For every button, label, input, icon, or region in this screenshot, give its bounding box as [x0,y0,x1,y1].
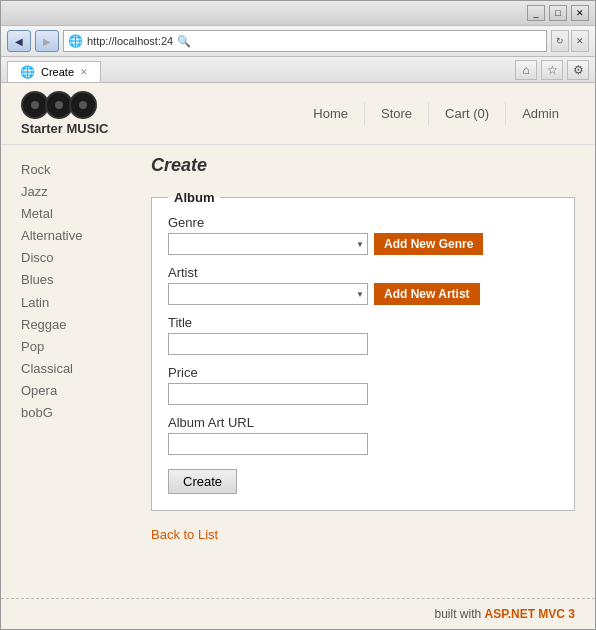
sidebar-item-metal[interactable]: Metal [21,203,121,225]
tab-favicon: 🌐 [20,65,35,79]
site-title: Starter MUSIC [21,121,108,136]
add-new-artist-button[interactable]: Add New Artist [374,283,480,305]
artist-select[interactable] [168,283,368,305]
nav-store[interactable]: Store [364,102,428,125]
tab-label: Create [41,66,74,78]
sidebar-item-pop[interactable]: Pop [21,336,121,358]
sidebar: Rock Jazz Metal Alternative Disco Blues … [1,155,141,588]
artist-field-row: Artist Add New Artist [168,265,558,305]
logo-area: Starter MUSIC [21,91,108,136]
page-heading: Create [151,155,575,176]
record-icon-3 [69,91,97,119]
favorites-icon[interactable]: ☆ [541,60,563,80]
sidebar-item-blues[interactable]: Blues [21,269,121,291]
price-input[interactable] [168,383,368,405]
page-icon: 🌐 [68,34,83,48]
page-footer: built with ASP.NET MVC 3 [1,598,595,629]
nav-cart[interactable]: Cart (0) [428,102,505,125]
artist-label: Artist [168,265,558,280]
settings-icon[interactable]: ⚙ [567,60,589,80]
address-actions: ↻ ✕ [551,30,589,52]
add-new-genre-button[interactable]: Add New Genre [374,233,483,255]
refresh-button[interactable]: ↻ [551,30,569,52]
sidebar-item-jazz[interactable]: Jazz [21,181,121,203]
maximize-button[interactable]: □ [549,5,567,21]
genre-select-wrapper [168,233,368,255]
album-fieldset: Album Genre Add New Genre [151,190,575,511]
sidebar-item-disco[interactable]: Disco [21,247,121,269]
create-submit-button[interactable]: Create [168,469,237,494]
url-search-icon: 🔍 [177,35,191,48]
sidebar-item-opera[interactable]: Opera [21,380,121,402]
footer-text: built with [435,607,485,621]
fieldset-legend: Album [168,190,220,205]
sidebar-item-bobg[interactable]: bobG [21,402,121,424]
price-field-row: Price [168,365,558,405]
stop-button[interactable]: ✕ [571,30,589,52]
album-art-url-input[interactable] [168,433,368,455]
nav-admin[interactable]: Admin [505,102,575,125]
artist-select-wrapper [168,283,368,305]
nav-home[interactable]: Home [297,102,364,125]
genre-select[interactable] [168,233,368,255]
url-bar[interactable]: 🌐 http://localhost:24 🔍 [63,30,547,52]
back-nav-button[interactable]: ◀ [7,30,31,52]
site-nav: Home Store Cart (0) Admin [297,102,575,125]
site-header: Starter MUSIC Home Store Cart (0) Admin [1,83,595,145]
title-bar: _ □ ✕ [1,1,595,26]
genre-label: Genre [168,215,558,230]
title-label: Title [168,315,558,330]
sidebar-item-latin[interactable]: Latin [21,292,121,314]
sidebar-item-rock[interactable]: Rock [21,159,121,181]
home-icon[interactable]: ⌂ [515,60,537,80]
album-art-url-field-row: Album Art URL [168,415,558,455]
sidebar-item-classical[interactable]: Classical [21,358,121,380]
content-area: Create Album Genre Add New Genre [141,155,595,588]
toolbar-right: ⌂ ☆ ⚙ [515,60,589,82]
url-text: http://localhost:24 [87,35,173,47]
main-layout: Rock Jazz Metal Alternative Disco Blues … [1,145,595,598]
tab-bar: 🌐 Create ✕ ⌂ ☆ ⚙ [1,57,595,83]
footer-aspnet: ASP.NET MVC 3 [485,607,575,621]
page-content: Starter MUSIC Home Store Cart (0) Admin … [1,83,595,629]
price-label: Price [168,365,558,380]
browser-tab[interactable]: 🌐 Create ✕ [7,61,101,82]
browser-window: _ □ ✕ ◀ ▶ 🌐 http://localhost:24 🔍 ↻ ✕ 🌐 … [0,0,596,630]
title-field-row: Title [168,315,558,355]
album-art-url-label: Album Art URL [168,415,558,430]
title-input[interactable] [168,333,368,355]
back-to-list-link[interactable]: Back to List [151,527,218,542]
genre-inline: Add New Genre [168,233,558,255]
minimize-button[interactable]: _ [527,5,545,21]
forward-nav-button[interactable]: ▶ [35,30,59,52]
artist-inline: Add New Artist [168,283,558,305]
genre-field-row: Genre Add New Genre [168,215,558,255]
close-button[interactable]: ✕ [571,5,589,21]
tab-close-button[interactable]: ✕ [80,67,88,77]
sidebar-item-reggae[interactable]: Reggae [21,314,121,336]
logo-records [21,91,108,119]
address-bar: ◀ ▶ 🌐 http://localhost:24 🔍 ↻ ✕ [1,26,595,57]
sidebar-item-alternative[interactable]: Alternative [21,225,121,247]
